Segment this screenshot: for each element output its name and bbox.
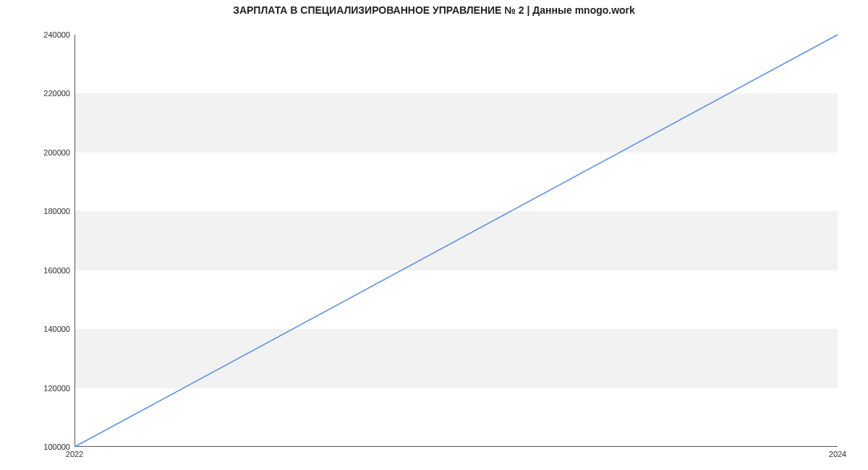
series-line	[75, 35, 838, 447]
y-tick-label: 180000	[43, 207, 75, 215]
y-tick-label: 200000	[43, 148, 75, 157]
chart-title: ЗАРПЛАТА В СПЕЦИАЛИЗИРОВАННОЕ УПРАВЛЕНИЕ…	[0, 4, 868, 16]
line-layer	[75, 35, 838, 447]
y-tick-label: 220000	[43, 89, 75, 98]
chart-container: ЗАРПЛАТА В СПЕЦИАЛИЗИРОВАННОЕ УПРАВЛЕНИЕ…	[0, 0, 868, 470]
y-tick-label: 240000	[43, 30, 75, 39]
y-tick-label: 160000	[43, 266, 75, 275]
y-tick-label: 120000	[43, 384, 75, 393]
x-tick-label: 2022	[66, 447, 83, 458]
y-tick-label: 140000	[43, 325, 75, 333]
plot-area: 1000001200001400001600001800002000002200…	[75, 35, 838, 447]
x-tick-label: 2024	[829, 447, 846, 458]
